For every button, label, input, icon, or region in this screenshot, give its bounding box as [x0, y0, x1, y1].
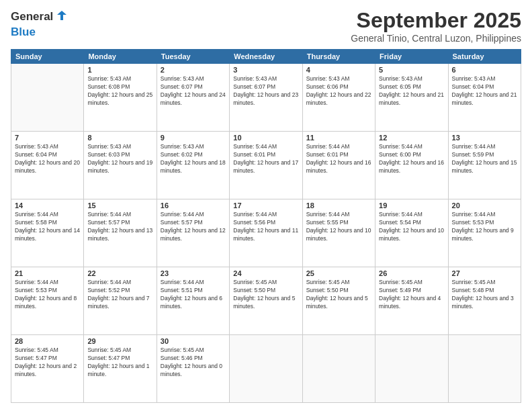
day-info: Sunrise: 5:43 AMSunset: 6:08 PMDaylight:… — [87, 75, 152, 107]
day-info: Sunrise: 5:43 AMSunset: 6:02 PMDaylight:… — [161, 143, 226, 175]
day-number: 29 — [87, 337, 152, 345]
day-info: Sunrise: 5:44 AMSunset: 5:52 PMDaylight:… — [87, 279, 152, 311]
day-info: Sunrise: 5:45 AMSunset: 5:47 PMDaylight:… — [87, 347, 152, 379]
calendar-table: SundayMondayTuesdayWednesdayThursdayFrid… — [11, 49, 521, 403]
header: General Blue September 2025 General Tini… — [11, 8, 521, 44]
weekday-header-cell: Monday — [84, 50, 157, 64]
day-info: Sunrise: 5:45 AMSunset: 5:47 PMDaylight:… — [15, 347, 80, 379]
day-info: Sunrise: 5:45 AMSunset: 5:50 PMDaylight:… — [306, 279, 371, 311]
logo-bird-icon — [54, 8, 69, 26]
weekday-header-cell: Thursday — [302, 50, 375, 64]
svg-marker-0 — [57, 11, 66, 20]
calendar-week-row: 14Sunrise: 5:44 AMSunset: 5:58 PMDayligh… — [11, 199, 521, 267]
calendar-day-cell: 22Sunrise: 5:44 AMSunset: 5:52 PMDayligh… — [84, 267, 157, 335]
day-info: Sunrise: 5:43 AMSunset: 6:05 PMDaylight:… — [379, 75, 444, 107]
day-number: 9 — [161, 134, 226, 142]
calendar-day-cell: 16Sunrise: 5:44 AMSunset: 5:57 PMDayligh… — [157, 199, 229, 267]
day-number: 19 — [379, 201, 444, 210]
calendar-day-cell: 6Sunrise: 5:43 AMSunset: 6:04 PMDaylight… — [448, 64, 521, 132]
calendar-day-cell — [375, 335, 448, 403]
calendar-day-cell: 28Sunrise: 5:45 AMSunset: 5:47 PMDayligh… — [11, 335, 84, 403]
weekday-header-row: SundayMondayTuesdayWednesdayThursdayFrid… — [11, 50, 521, 64]
day-info: Sunrise: 5:43 AMSunset: 6:07 PMDaylight:… — [161, 75, 226, 107]
weekday-header-cell: Tuesday — [157, 50, 229, 64]
day-number: 4 — [306, 66, 371, 74]
month-title: September 2025 — [351, 8, 521, 33]
day-info: Sunrise: 5:44 AMSunset: 5:57 PMDaylight:… — [161, 211, 226, 243]
title-block: September 2025 General Tinio, Central Lu… — [351, 8, 521, 44]
day-info: Sunrise: 5:43 AMSunset: 6:03 PMDaylight:… — [87, 143, 152, 175]
calendar-day-cell: 24Sunrise: 5:45 AMSunset: 5:50 PMDayligh… — [230, 267, 302, 335]
day-info: Sunrise: 5:44 AMSunset: 5:55 PMDaylight:… — [306, 211, 371, 243]
day-number: 25 — [306, 269, 371, 277]
day-info: Sunrise: 5:45 AMSunset: 5:49 PMDaylight:… — [379, 279, 444, 311]
calendar-day-cell: 14Sunrise: 5:44 AMSunset: 5:58 PMDayligh… — [11, 199, 84, 267]
weekday-header-cell: Friday — [375, 50, 448, 64]
day-number: 16 — [161, 201, 226, 210]
calendar-day-cell: 17Sunrise: 5:44 AMSunset: 5:56 PMDayligh… — [230, 199, 302, 267]
day-info: Sunrise: 5:44 AMSunset: 5:57 PMDaylight:… — [87, 211, 152, 243]
day-info: Sunrise: 5:44 AMSunset: 5:51 PMDaylight:… — [161, 279, 226, 311]
day-info: Sunrise: 5:44 AMSunset: 5:54 PMDaylight:… — [379, 211, 444, 243]
calendar-day-cell: 4Sunrise: 5:43 AMSunset: 6:06 PMDaylight… — [302, 64, 375, 132]
day-number: 11 — [306, 134, 371, 142]
day-info: Sunrise: 5:43 AMSunset: 6:04 PMDaylight:… — [15, 143, 80, 175]
calendar-day-cell: 25Sunrise: 5:45 AMSunset: 5:50 PMDayligh… — [302, 267, 375, 335]
calendar-day-cell — [230, 335, 302, 403]
page: General Blue September 2025 General Tini… — [0, 0, 532, 411]
calendar-day-cell: 7Sunrise: 5:43 AMSunset: 6:04 PMDaylight… — [11, 132, 84, 199]
calendar-week-row: 7Sunrise: 5:43 AMSunset: 6:04 PMDaylight… — [11, 132, 521, 199]
day-number: 1 — [87, 66, 152, 74]
day-number: 24 — [233, 269, 298, 277]
calendar-day-cell — [11, 64, 84, 132]
day-number: 7 — [15, 134, 80, 142]
day-number: 12 — [379, 134, 444, 142]
calendar-day-cell: 29Sunrise: 5:45 AMSunset: 5:47 PMDayligh… — [84, 335, 157, 403]
day-number: 21 — [15, 269, 80, 277]
calendar-day-cell: 19Sunrise: 5:44 AMSunset: 5:54 PMDayligh… — [375, 199, 448, 267]
calendar-day-cell: 13Sunrise: 5:44 AMSunset: 5:59 PMDayligh… — [448, 132, 521, 199]
weekday-header-cell: Wednesday — [230, 50, 302, 64]
day-number: 26 — [379, 269, 444, 277]
day-info: Sunrise: 5:44 AMSunset: 5:58 PMDaylight:… — [15, 211, 80, 243]
day-info: Sunrise: 5:45 AMSunset: 5:48 PMDaylight:… — [452, 279, 517, 311]
calendar-day-cell: 10Sunrise: 5:44 AMSunset: 6:01 PMDayligh… — [230, 132, 302, 199]
day-number: 30 — [161, 337, 226, 345]
day-number: 14 — [15, 201, 80, 210]
calendar-day-cell: 5Sunrise: 5:43 AMSunset: 6:05 PMDaylight… — [375, 64, 448, 132]
calendar-day-cell: 3Sunrise: 5:43 AMSunset: 6:07 PMDaylight… — [230, 64, 302, 132]
calendar-day-cell: 8Sunrise: 5:43 AMSunset: 6:03 PMDaylight… — [84, 132, 157, 199]
day-info: Sunrise: 5:44 AMSunset: 6:00 PMDaylight:… — [379, 143, 444, 175]
day-info: Sunrise: 5:44 AMSunset: 5:53 PMDaylight:… — [15, 279, 80, 311]
logo: General Blue — [11, 8, 69, 39]
calendar-week-row: 1Sunrise: 5:43 AMSunset: 6:08 PMDaylight… — [11, 64, 521, 132]
day-number: 6 — [452, 66, 517, 74]
day-number: 17 — [233, 201, 298, 210]
logo-general-text: General — [11, 10, 53, 24]
day-number: 20 — [452, 201, 517, 210]
day-number: 15 — [87, 201, 152, 210]
calendar-day-cell: 9Sunrise: 5:43 AMSunset: 6:02 PMDaylight… — [157, 132, 229, 199]
day-number: 10 — [233, 134, 298, 142]
day-info: Sunrise: 5:44 AMSunset: 5:56 PMDaylight:… — [233, 211, 298, 243]
day-info: Sunrise: 5:45 AMSunset: 5:50 PMDaylight:… — [233, 279, 298, 311]
day-info: Sunrise: 5:44 AMSunset: 6:01 PMDaylight:… — [233, 143, 298, 175]
day-number: 23 — [161, 269, 226, 277]
calendar-day-cell: 21Sunrise: 5:44 AMSunset: 5:53 PMDayligh… — [11, 267, 84, 335]
day-number: 2 — [161, 66, 226, 74]
calendar-day-cell: 20Sunrise: 5:44 AMSunset: 5:53 PMDayligh… — [448, 199, 521, 267]
day-number: 5 — [379, 66, 444, 74]
calendar-week-row: 21Sunrise: 5:44 AMSunset: 5:53 PMDayligh… — [11, 267, 521, 335]
calendar-day-cell: 2Sunrise: 5:43 AMSunset: 6:07 PMDaylight… — [157, 64, 229, 132]
calendar-day-cell: 30Sunrise: 5:45 AMSunset: 5:46 PMDayligh… — [157, 335, 229, 403]
day-number: 28 — [15, 337, 80, 345]
calendar-day-cell: 26Sunrise: 5:45 AMSunset: 5:49 PMDayligh… — [375, 267, 448, 335]
logo-blue-text: Blue — [11, 26, 36, 38]
day-info: Sunrise: 5:43 AMSunset: 6:04 PMDaylight:… — [452, 75, 517, 107]
day-info: Sunrise: 5:44 AMSunset: 6:01 PMDaylight:… — [306, 143, 371, 175]
calendar-day-cell: 1Sunrise: 5:43 AMSunset: 6:08 PMDaylight… — [84, 64, 157, 132]
calendar-week-row: 28Sunrise: 5:45 AMSunset: 5:47 PMDayligh… — [11, 335, 521, 403]
day-info: Sunrise: 5:43 AMSunset: 6:06 PMDaylight:… — [306, 75, 371, 107]
day-number: 18 — [306, 201, 371, 210]
day-number: 27 — [452, 269, 517, 277]
